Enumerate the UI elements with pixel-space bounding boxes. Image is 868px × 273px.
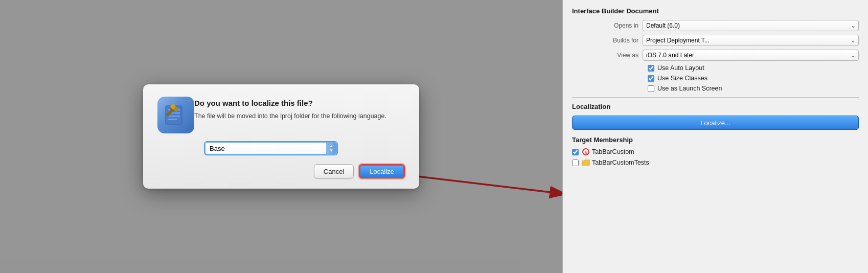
use-launch-screen-row: Use as Launch Screen bbox=[648, 85, 859, 92]
opens-in-row: Opens in Default (6.0) Default (5.1) Def… bbox=[572, 20, 859, 31]
language-select-row: Base English French German ▲ ▼ bbox=[204, 142, 405, 155]
localize-dialog: Do you want to localize this file? The f… bbox=[143, 84, 419, 189]
use-launch-screen-checkbox[interactable] bbox=[648, 85, 654, 92]
localize-panel-button[interactable]: Localize... bbox=[572, 116, 859, 130]
localization-title: Localization bbox=[572, 103, 859, 110]
view-as-select-wrapper: iOS 7.0 and Later iOS 6.1 and Earlier bbox=[643, 50, 859, 61]
use-auto-layout-checkbox[interactable] bbox=[648, 65, 654, 72]
builds-for-row: Builds for Project Deployment T... bbox=[572, 35, 859, 46]
builds-for-select[interactable]: Project Deployment T... bbox=[643, 35, 859, 46]
opens-in-select[interactable]: Default (6.0) Default (5.1) Default (4.6… bbox=[643, 20, 859, 31]
modal-buttons: Cancel Localize bbox=[157, 164, 405, 178]
membership-tabbar-tests-checkbox[interactable] bbox=[572, 160, 579, 166]
localize-button[interactable]: Localize bbox=[359, 164, 405, 178]
modal-overlay: Do you want to localize this file? The f… bbox=[0, 0, 562, 273]
cancel-button[interactable]: Cancel bbox=[314, 164, 354, 178]
builds-for-select-wrapper: Project Deployment T... bbox=[643, 35, 859, 46]
ib-document-title: Interface Builder Document bbox=[572, 7, 859, 15]
use-auto-layout-row: Use Auto Layout bbox=[648, 64, 859, 72]
modal-description: The file will be moved into the lproj fo… bbox=[194, 111, 386, 121]
tabbar-label: TabBarCustom bbox=[592, 148, 634, 155]
localization-section: Localization Localize... bbox=[572, 103, 859, 130]
xcode-icon-svg bbox=[163, 102, 189, 128]
modal-title: Do you want to localize this file? bbox=[194, 99, 386, 107]
target-membership-title: Target Membership bbox=[572, 136, 859, 144]
tabbar-target-icon: A bbox=[582, 148, 590, 156]
view-as-row: View as iOS 7.0 and Later iOS 6.1 and Ea… bbox=[572, 50, 859, 61]
language-stepper[interactable]: ▲ ▼ bbox=[326, 143, 336, 154]
stepper-up-icon: ▲ bbox=[329, 144, 333, 148]
use-auto-layout-label: Use Auto Layout bbox=[657, 64, 704, 72]
view-as-select[interactable]: iOS 7.0 and Later iOS 6.1 and Earlier bbox=[643, 50, 859, 61]
builds-for-label: Builds for bbox=[572, 37, 638, 44]
view-as-label: View as bbox=[572, 52, 638, 59]
divider-1 bbox=[572, 97, 859, 98]
use-size-classes-checkbox[interactable] bbox=[648, 75, 654, 82]
opens-in-select-wrapper: Default (6.0) Default (5.1) Default (4.6… bbox=[643, 20, 859, 31]
svg-text:A: A bbox=[584, 151, 587, 154]
target-membership-section: Target Membership A TabBarCustom TabBarC… bbox=[572, 136, 859, 167]
use-launch-screen-label: Use as Launch Screen bbox=[657, 85, 722, 92]
modal-header: Do you want to localize this file? The f… bbox=[157, 97, 405, 133]
use-size-classes-label: Use Size Classes bbox=[657, 75, 707, 82]
membership-row-tabbar: A TabBarCustom bbox=[572, 148, 859, 156]
right-panel: Interface Builder Document Opens in Defa… bbox=[562, 0, 868, 273]
language-select-wrapper: Base English French German ▲ ▼ bbox=[204, 142, 337, 155]
tabbar-tests-label: TabBarCustomTests bbox=[592, 159, 649, 166]
tabbar-tests-folder-icon bbox=[582, 158, 590, 167]
membership-row-tabbar-tests: TabBarCustomTests bbox=[572, 158, 859, 167]
stepper-down-icon: ▼ bbox=[329, 149, 333, 153]
xcode-app-icon bbox=[157, 97, 194, 133]
use-size-classes-row: Use Size Classes bbox=[648, 75, 859, 82]
membership-tabbar-checkbox[interactable] bbox=[572, 149, 579, 155]
language-select[interactable]: Base English French German bbox=[204, 142, 337, 155]
modal-text-content: Do you want to localize this file? The f… bbox=[194, 97, 386, 121]
opens-in-label: Opens in bbox=[572, 22, 638, 29]
